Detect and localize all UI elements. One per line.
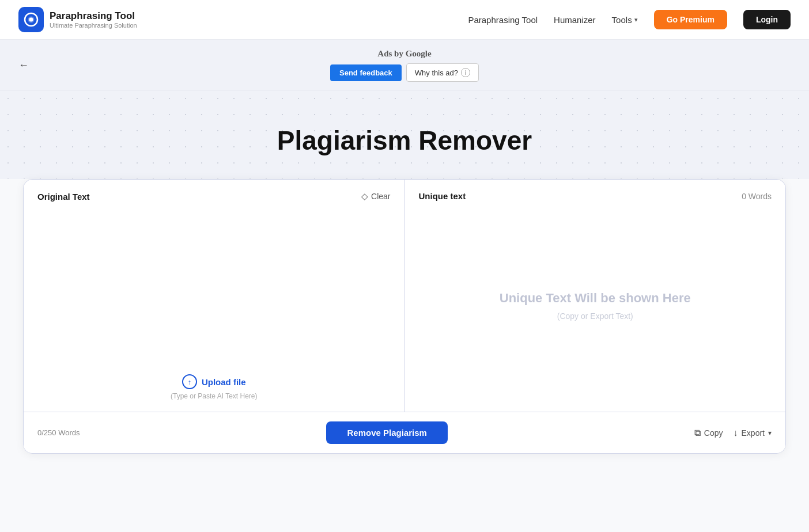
ads-brand: Google — [406, 49, 432, 58]
why-ad-label: Why this ad? — [415, 69, 458, 77]
logo-title: Paraphrasing Tool — [50, 10, 137, 22]
nav-tools[interactable]: Tools ▾ — [612, 15, 638, 25]
logo-text: Paraphrasing Tool Ultimate Paraphrasing … — [50, 10, 137, 29]
export-button[interactable]: ↓ Export ▾ — [734, 428, 772, 438]
unique-empty-main: Unique Text Will be shown Here — [500, 290, 691, 307]
info-icon: i — [461, 68, 470, 77]
unique-text-empty-state: Unique Text Will be shown Here (Copy or … — [419, 210, 772, 400]
left-panel-header: Original Text ◇ Clear — [37, 191, 391, 202]
go-premium-button[interactable]: Go Premium — [654, 10, 727, 29]
copy-button[interactable]: ⧉ Copy — [694, 428, 723, 438]
ads-prefix: Ads by — [377, 49, 405, 58]
tool-panels: Original Text ◇ Clear ↑ Upload file (Typ… — [24, 180, 785, 412]
export-label: Export — [742, 428, 765, 438]
tool-bottom-bar: 0/250 Words Remove Plagiarism ⧉ Copy ↓ E… — [24, 412, 785, 453]
right-panel-header: Unique text 0 Words — [419, 191, 772, 201]
hero-section: Plagiarism Remover — [0, 90, 809, 179]
back-arrow-icon[interactable]: ← — [18, 59, 29, 71]
nav-tools-label: Tools — [612, 15, 632, 25]
export-chevron-icon: ▾ — [768, 429, 772, 437]
why-ad-button[interactable]: Why this ad? i — [406, 63, 479, 82]
remove-plagiarism-button[interactable]: Remove Plagiarism — [326, 421, 447, 444]
chevron-down-icon: ▾ — [634, 16, 638, 24]
word-count-display: 0 Words — [742, 192, 772, 201]
ads-buttons: Send feedback Why this ad? i — [330, 63, 479, 82]
copy-icon: ⧉ — [694, 428, 701, 438]
clear-button[interactable]: ◇ Clear — [361, 191, 390, 202]
page-title: Plagiarism Remover — [277, 125, 532, 156]
tool-card: Original Text ◇ Clear ↑ Upload file (Typ… — [23, 179, 786, 454]
left-panel: Original Text ◇ Clear ↑ Upload file (Typ… — [24, 180, 405, 412]
logo: Paraphrasing Tool Ultimate Paraphrasing … — [18, 7, 137, 32]
svg-point-1 — [29, 18, 33, 22]
upload-section: ↑ Upload file (Type or Paste AI Text Her… — [37, 360, 391, 400]
nav-links: Paraphrasing Tool Humanizer Tools ▾ Go P… — [468, 10, 791, 29]
input-word-count: 0/250 Words — [37, 428, 80, 437]
upload-label: Upload file — [202, 377, 246, 387]
right-actions: ⧉ Copy ↓ Export ▾ — [694, 428, 772, 438]
original-text-label: Original Text — [37, 192, 90, 202]
unique-text-label: Unique text — [419, 191, 466, 201]
login-button[interactable]: Login — [743, 10, 791, 29]
nav-humanizer[interactable]: Humanizer — [554, 15, 596, 25]
export-icon: ↓ — [734, 428, 738, 438]
right-panel: Unique text 0 Words Unique Text Will be … — [405, 180, 786, 412]
send-feedback-button[interactable]: Send feedback — [330, 64, 402, 81]
unique-empty-sub: (Copy or Export Text) — [557, 311, 633, 321]
upload-icon: ↑ — [182, 374, 197, 389]
clear-label: Clear — [371, 192, 390, 201]
eraser-icon: ◇ — [361, 191, 368, 202]
logo-subtitle: Ultimate Paraphrasing Solution — [50, 22, 137, 29]
ads-label: Ads by Google — [377, 49, 431, 59]
original-text-input[interactable] — [37, 211, 391, 360]
navbar: Paraphrasing Tool Ultimate Paraphrasing … — [0, 0, 809, 40]
logo-icon — [18, 7, 44, 32]
ads-section: ← Ads by Google Send feedback Why this a… — [0, 40, 809, 90]
upload-hint: (Type or Paste AI Text Here) — [171, 392, 258, 400]
copy-label: Copy — [704, 428, 723, 438]
upload-file-button[interactable]: ↑ Upload file — [182, 374, 246, 389]
nav-paraphrasing-tool[interactable]: Paraphrasing Tool — [468, 15, 538, 25]
